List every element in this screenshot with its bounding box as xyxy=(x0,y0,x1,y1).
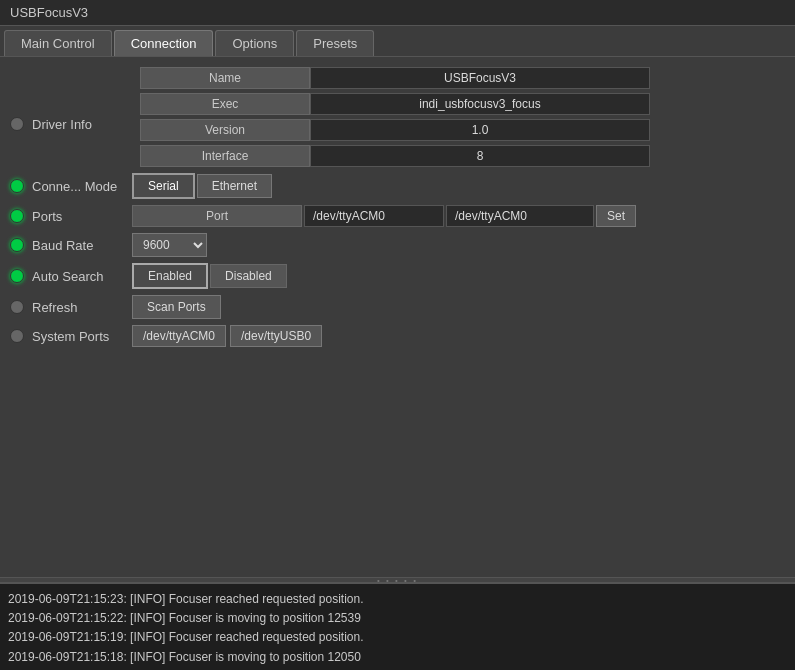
driver-info-indicator-area: Driver Info xyxy=(10,67,132,132)
auto-search-label: Auto Search xyxy=(32,269,132,284)
connection-mode-row: Conne... Mode Serial Ethernet xyxy=(10,173,785,199)
driver-info-label: Driver Info xyxy=(32,117,132,132)
info-value-exec: indi_usbfocusv3_focus xyxy=(310,93,650,115)
connection-mode-label: Conne... Mode xyxy=(32,179,132,194)
driver-info-indicator xyxy=(10,117,24,131)
tab-connection[interactable]: Connection xyxy=(114,30,214,56)
ports-row: Ports Port /dev/ttyACM0 /dev/ttyACM0 Set xyxy=(10,205,785,227)
connection-mode-indicator xyxy=(10,179,24,193)
baud-rate-row: Baud Rate 9600 19200 38400 57600 115200 xyxy=(10,233,785,257)
info-row-interface: Interface 8 xyxy=(140,145,650,167)
tab-options[interactable]: Options xyxy=(215,30,294,56)
info-value-name: USBFocusV3 xyxy=(310,67,650,89)
refresh-label: Refresh xyxy=(32,300,132,315)
divider-handle: • • • • • xyxy=(377,576,418,585)
auto-search-disabled-button[interactable]: Disabled xyxy=(210,264,287,288)
info-row-exec: Exec indi_usbfocusv3_focus xyxy=(140,93,650,115)
port-value1: /dev/ttyACM0 xyxy=(304,205,444,227)
ethernet-button[interactable]: Ethernet xyxy=(197,174,272,198)
serial-button[interactable]: Serial xyxy=(132,173,195,199)
window-title: USBFocusV3 xyxy=(10,5,88,20)
system-port-2[interactable]: /dev/ttyUSB0 xyxy=(230,325,322,347)
log-entry-1: 2019-06-09T21:15:23: [INFO] Focuser reac… xyxy=(8,590,787,609)
info-value-interface: 8 xyxy=(310,145,650,167)
port-value2: /dev/ttyACM0 xyxy=(446,205,594,227)
scan-ports-button[interactable]: Scan Ports xyxy=(132,295,221,319)
info-label-interface: Interface xyxy=(140,145,310,167)
system-port-1[interactable]: /dev/ttyACM0 xyxy=(132,325,226,347)
driver-info-rows: Name USBFocusV3 Exec indi_usbfocusv3_foc… xyxy=(140,67,650,167)
tab-bar: Main Control Connection Options Presets xyxy=(0,26,795,57)
info-label-version: Version xyxy=(140,119,310,141)
auto-search-enabled-button[interactable]: Enabled xyxy=(132,263,208,289)
info-label-exec: Exec xyxy=(140,93,310,115)
baud-rate-indicator xyxy=(10,238,24,252)
info-row-version: Version 1.0 xyxy=(140,119,650,141)
info-value-version: 1.0 xyxy=(310,119,650,141)
info-label-name: Name xyxy=(140,67,310,89)
auto-search-indicator xyxy=(10,269,24,283)
ports-indicator xyxy=(10,209,24,223)
baud-rate-select[interactable]: 9600 19200 38400 57600 115200 xyxy=(132,233,207,257)
refresh-row: Refresh Scan Ports xyxy=(10,295,785,319)
log-entry-3: 2019-06-09T21:15:19: [INFO] Focuser reac… xyxy=(8,628,787,647)
auto-search-row: Auto Search Enabled Disabled xyxy=(10,263,785,289)
log-entry-2: 2019-06-09T21:15:22: [INFO] Focuser is m… xyxy=(8,609,787,628)
ports-label: Ports xyxy=(32,209,132,224)
log-entry-4: 2019-06-09T21:15:18: [INFO] Focuser is m… xyxy=(8,648,787,667)
baud-rate-label: Baud Rate xyxy=(32,238,132,253)
system-ports-label: System Ports xyxy=(32,329,132,344)
tab-main-control[interactable]: Main Control xyxy=(4,30,112,56)
log-area[interactable]: 2019-06-09T21:15:23: [INFO] Focuser reac… xyxy=(0,583,795,670)
tab-presets[interactable]: Presets xyxy=(296,30,374,56)
info-row-name: Name USBFocusV3 xyxy=(140,67,650,89)
port-field-label: Port xyxy=(132,205,302,227)
system-ports-row: System Ports /dev/ttyACM0 /dev/ttyUSB0 xyxy=(10,325,785,347)
title-bar: USBFocusV3 xyxy=(0,0,795,26)
system-ports-indicator xyxy=(10,329,24,343)
refresh-indicator xyxy=(10,300,24,314)
port-set-button[interactable]: Set xyxy=(596,205,636,227)
main-content: Driver Info Name USBFocusV3 Exec indi_us… xyxy=(0,57,795,577)
driver-info-section: Driver Info Name USBFocusV3 Exec indi_us… xyxy=(10,67,785,167)
